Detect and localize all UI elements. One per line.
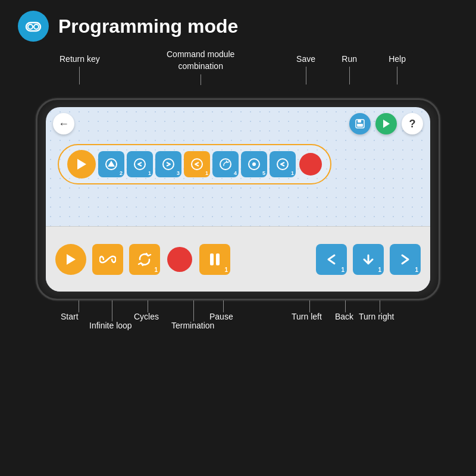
palette-turn-left[interactable]: 1 — [316, 244, 347, 275]
page-title: Programming mode — [58, 15, 238, 37]
turn-left-bottom-label: Turn left — [292, 311, 322, 322]
help-button[interactable]: ? — [402, 113, 423, 134]
svg-point-1 — [28, 24, 33, 29]
svg-marker-17 — [67, 254, 76, 265]
turn-block-3[interactable]: 1 — [270, 151, 296, 177]
back-bottom-label: Back — [335, 311, 353, 322]
turn-block-2[interactable]: 3 — [155, 151, 181, 177]
svg-rect-5 — [357, 124, 363, 127]
turn-block-1[interactable]: 1 — [127, 151, 153, 177]
header: Programming mode — [0, 0, 476, 48]
pause-bottom-label: Pause — [209, 311, 233, 322]
svg-marker-7 — [77, 159, 86, 170]
run-label: Run — [342, 54, 357, 64]
blocks-pill: 2 1 3 1 — [58, 144, 331, 184]
svg-point-12 — [192, 159, 202, 170]
cycles-bottom-label: Cycles — [134, 311, 159, 322]
palette-termination[interactable] — [167, 247, 192, 272]
svg-point-13 — [220, 159, 231, 170]
turn-right-bottom-label: Turn right — [359, 311, 394, 322]
svg-point-16 — [277, 159, 288, 170]
svg-rect-19 — [216, 253, 220, 265]
infinite-loop-bottom-label: Infinite loop — [89, 320, 132, 331]
phone-body: ← ? — [36, 98, 440, 300]
command-module-label: Command modulecombination — [167, 49, 234, 71]
svg-point-2 — [34, 24, 39, 29]
svg-rect-4 — [358, 120, 361, 123]
save-button[interactable] — [349, 113, 371, 134]
labels-row: Return key Command modulecombination Sav… — [24, 48, 452, 98]
svg-marker-9 — [108, 161, 115, 167]
cycle-block-1[interactable]: 4 — [212, 151, 239, 177]
svg-marker-6 — [383, 120, 390, 128]
palette-infinite-loop[interactable] — [92, 244, 123, 275]
orange-block-1[interactable]: 1 — [184, 151, 210, 177]
palette-start[interactable] — [55, 244, 86, 275]
palette-back[interactable]: 1 — [353, 244, 384, 275]
help-label: Help — [389, 54, 406, 64]
phone-screen: ← ? — [46, 107, 430, 292]
bottom-labels-area: Start Infinite loop Cycles Termination P… — [24, 300, 452, 378]
start-bottom-label: Start — [61, 311, 79, 322]
palette-turn-right[interactable]: 1 — [390, 244, 421, 275]
stop-block[interactable] — [299, 153, 322, 176]
phone-device: ← ? — [36, 98, 440, 300]
svg-rect-18 — [210, 253, 214, 265]
palette-pause[interactable]: 1 — [199, 244, 230, 275]
palette-toolbar: 1 1 1 — [46, 226, 430, 292]
move-block-2[interactable]: 5 — [241, 151, 267, 177]
screen-toolbar: ← ? — [53, 113, 423, 134]
return-key-label: Return key — [60, 54, 100, 64]
save-label: Save — [296, 54, 315, 64]
svg-point-10 — [134, 159, 145, 170]
start-block[interactable] — [67, 150, 96, 178]
termination-bottom-label: Termination — [171, 320, 214, 331]
svg-point-11 — [163, 159, 174, 170]
programming-mode-icon — [18, 11, 49, 42]
svg-point-15 — [252, 162, 256, 166]
back-button[interactable]: ← — [53, 113, 74, 134]
move-block-1[interactable]: 2 — [98, 151, 124, 177]
command-blocks-area: 2 1 3 1 — [58, 144, 418, 184]
palette-cycles[interactable]: 1 — [129, 244, 160, 275]
run-button[interactable] — [375, 113, 397, 134]
